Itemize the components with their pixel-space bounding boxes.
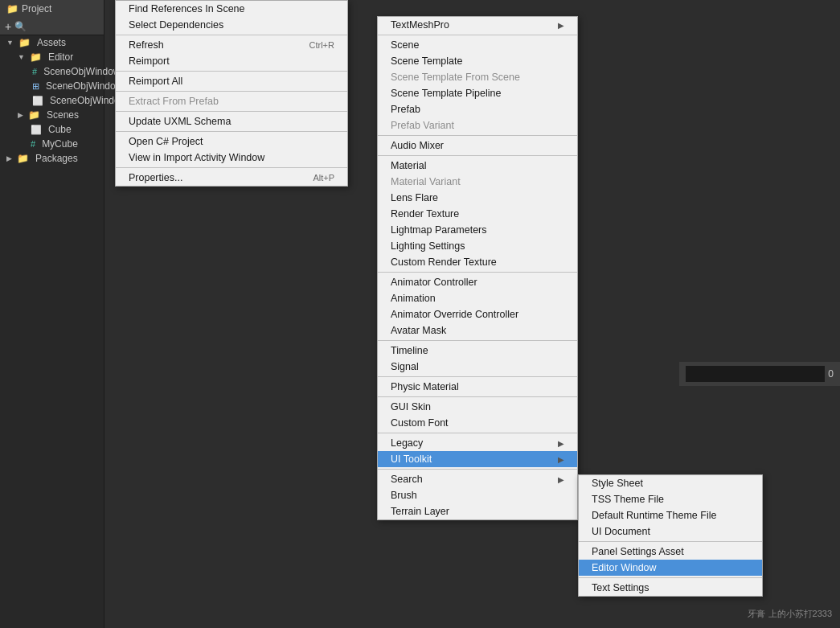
menu-item[interactable]: Scene Template: [378, 53, 577, 69]
menu-item[interactable]: Search▶: [378, 471, 577, 487]
menu-separator: [116, 35, 347, 35]
menu-item[interactable]: Style Sheet: [579, 475, 762, 491]
menu-item[interactable]: Find References In Scene: [116, 1, 347, 17]
project-panel-header: 📁 Project: [0, 0, 104, 18]
panel-toolbar: + 🔍: [0, 18, 104, 35]
menu-item[interactable]: Scene Template Pipeline: [378, 85, 577, 101]
menu-item[interactable]: Reimport: [116, 53, 347, 69]
menu-item[interactable]: GUI Skin: [378, 399, 577, 415]
menu-item[interactable]: UI Toolkit▶: [378, 451, 577, 467]
menu-separator: [116, 167, 347, 168]
submenu-arrow-icon: ▶: [558, 455, 564, 464]
tree-item[interactable]: ▶📁Scenes: [0, 108, 104, 122]
menu-item-label: Animator Controller: [391, 277, 477, 288]
menu-item[interactable]: Lightmap Parameters: [378, 222, 577, 238]
menu-item-label: Lens Flare: [391, 192, 438, 203]
menu-item[interactable]: UI Document: [579, 523, 762, 540]
context-menu-1-items: Find References In SceneSelect Dependenc…: [116, 1, 347, 186]
menu-item[interactable]: Prefab: [378, 101, 577, 117]
tree-item[interactable]: ⬜Cube: [0, 122, 104, 137]
menu-item-label: Reimport: [129, 55, 170, 67]
menu-separator: [378, 340, 577, 341]
menu-item[interactable]: Open C# Project: [116, 133, 347, 150]
menu-item[interactable]: TextMeshPro▶: [378, 17, 577, 33]
menu-item-label: Timeline: [391, 345, 428, 356]
tree-item-label: Assets: [37, 37, 66, 48]
menu-item[interactable]: Render Texture: [378, 206, 577, 222]
menu-separator: [378, 272, 577, 273]
menu-item[interactable]: Audio Mixer: [378, 138, 577, 154]
menu-item[interactable]: Material: [378, 158, 577, 174]
menu-item[interactable]: Terrain Layer: [378, 503, 577, 519]
menu-item[interactable]: Lens Flare: [378, 190, 577, 206]
menu-item[interactable]: View in Import Activity Window: [116, 150, 347, 166]
menu-item-label: Lightmap Parameters: [391, 224, 487, 236]
tree-item[interactable]: ⊞SceneObjWindow: [0, 79, 104, 93]
menu-item[interactable]: Legacy▶: [378, 435, 577, 451]
menu-item[interactable]: Default Runtime Theme File: [579, 507, 762, 523]
menu-item[interactable]: Lighting Settings: [378, 238, 577, 254]
tree-item[interactable]: ⬜SceneObjWindow: [0, 93, 104, 108]
menu-item-label: Brush: [391, 490, 417, 501]
tree-item-label: SceneObjWindow: [46, 80, 122, 92]
menu-item[interactable]: RefreshCtrl+R: [116, 37, 347, 53]
tree-item[interactable]: ▼📁Assets: [0, 35, 104, 50]
context-menu-2: TextMeshPro▶SceneScene TemplateScene Tem…: [377, 16, 578, 520]
menu-item[interactable]: Select Dependencies: [116, 17, 347, 33]
menu-item[interactable]: Signal: [378, 359, 577, 375]
add-button[interactable]: +: [5, 20, 11, 33]
menu-item-label: Default Runtime Theme File: [592, 510, 716, 521]
menu-item[interactable]: Editor Window: [579, 560, 762, 576]
menu-item[interactable]: Timeline: [378, 343, 577, 359]
menu-item-label: Reimport All: [129, 76, 182, 87]
menu-item[interactable]: TSS Theme File: [579, 491, 762, 507]
menu-item-label: Scene Template Pipeline: [391, 88, 501, 99]
menu-item-label: Text Settings: [592, 582, 649, 593]
asset-tree: ▼📁Assets▼📁Editor#SceneObjWindow⊞SceneObj…: [0, 35, 104, 166]
menu-item[interactable]: Animator Override Controller: [378, 306, 577, 322]
menu-item[interactable]: Animator Controller: [378, 274, 577, 290]
menu-item-label: Audio Mixer: [391, 140, 444, 151]
tree-item[interactable]: ▶📁Packages: [0, 151, 104, 166]
menu-item-label: Animator Override Controller: [391, 309, 518, 320]
expand-icon: ▶: [18, 111, 23, 119]
menu-item-label: TextMeshPro: [391, 19, 449, 31]
menu-item[interactable]: Panel Settings Asset: [579, 544, 762, 560]
tree-item[interactable]: #SceneObjWindow: [0, 64, 104, 79]
menu-item[interactable]: Custom Font: [378, 415, 577, 431]
menu-item[interactable]: Physic Material: [378, 379, 577, 395]
menu-item[interactable]: Reimport All: [116, 73, 347, 89]
menu-item-label: View in Import Activity Window: [129, 152, 264, 163]
menu-item[interactable]: Brush: [378, 487, 577, 503]
menu-item-label: Extract From Prefab: [129, 96, 219, 107]
menu-item[interactable]: Properties...Alt+P: [116, 170, 347, 186]
menu-item-label: Physic Material: [391, 381, 459, 392]
submenu-arrow-icon: ▶: [558, 439, 564, 448]
menu-item[interactable]: Text Settings: [579, 580, 762, 596]
menu-separator: [378, 433, 577, 433]
menu-item-label: Find References In Scene: [129, 3, 245, 14]
tree-item[interactable]: #MyCube: [0, 137, 104, 151]
menu-item[interactable]: Avatar Mask: [378, 322, 577, 339]
tree-item[interactable]: ▼📁Editor: [0, 50, 104, 64]
folder-icon: 📁: [18, 37, 31, 48]
script-icon: #: [32, 67, 37, 76]
menu-item-label: Animation: [391, 293, 436, 304]
menu-item-label: Material: [391, 160, 426, 171]
menu-shortcut: Ctrl+R: [309, 40, 334, 50]
right-search-input[interactable]: [686, 366, 825, 382]
search-button[interactable]: 🔍: [14, 21, 27, 32]
menu-item-label: TSS Theme File: [592, 494, 664, 505]
tree-item-label: MyCube: [42, 138, 78, 150]
menu-item: Material Variant: [378, 174, 577, 190]
menu-item-label: Render Texture: [391, 208, 459, 220]
menu-item[interactable]: Scene: [378, 37, 577, 53]
menu-item[interactable]: Animation: [378, 290, 577, 306]
menu-item[interactable]: Update UXML Schema: [116, 113, 347, 129]
menu-item-label: Refresh: [129, 39, 164, 51]
menu-separator: [378, 135, 577, 136]
tree-item-label: Cube: [48, 124, 72, 135]
menu-item[interactable]: Custom Render Texture: [378, 254, 577, 270]
cube-icon: ⬜: [31, 125, 42, 135]
menu-item-label: Scene Template From Scene: [391, 72, 520, 83]
